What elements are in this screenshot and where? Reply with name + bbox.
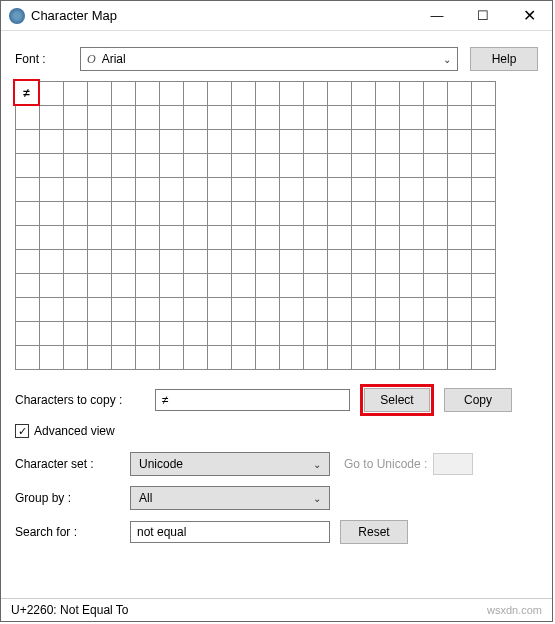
grid-cell[interactable] <box>88 202 112 226</box>
grid-cell[interactable] <box>40 82 64 106</box>
grid-cell[interactable] <box>64 274 88 298</box>
grid-cell[interactable] <box>256 298 280 322</box>
grid-cell[interactable] <box>160 106 184 130</box>
grid-cell[interactable] <box>184 154 208 178</box>
grid-cell[interactable] <box>88 250 112 274</box>
grid-cell[interactable] <box>424 274 448 298</box>
grid-cell[interactable] <box>328 298 352 322</box>
grid-cell[interactable] <box>352 322 376 346</box>
grid-cell[interactable] <box>136 178 160 202</box>
grid-cell[interactable] <box>64 322 88 346</box>
grid-cell[interactable] <box>352 154 376 178</box>
grid-cell[interactable] <box>328 322 352 346</box>
grid-cell[interactable] <box>304 202 328 226</box>
grid-cell[interactable] <box>16 202 40 226</box>
grid-cell[interactable] <box>232 298 256 322</box>
grid-cell[interactable] <box>40 154 64 178</box>
grid-cell[interactable] <box>352 226 376 250</box>
grid-cell[interactable] <box>448 250 472 274</box>
grid-cell[interactable] <box>328 106 352 130</box>
grid-cell[interactable] <box>352 106 376 130</box>
grid-cell[interactable] <box>280 202 304 226</box>
grid-cell[interactable] <box>280 250 304 274</box>
grid-cell[interactable] <box>328 82 352 106</box>
grid-cell[interactable] <box>472 226 496 250</box>
grid-cell[interactable] <box>256 82 280 106</box>
grid-cell[interactable] <box>16 250 40 274</box>
grid-cell[interactable] <box>88 274 112 298</box>
grid-cell[interactable] <box>280 346 304 370</box>
grid-cell[interactable] <box>352 202 376 226</box>
grid-cell[interactable] <box>328 178 352 202</box>
grid-cell[interactable] <box>424 154 448 178</box>
grid-cell[interactable] <box>232 250 256 274</box>
grid-cell[interactable] <box>184 250 208 274</box>
grid-cell[interactable] <box>424 346 448 370</box>
grid-cell[interactable] <box>376 178 400 202</box>
grid-cell[interactable] <box>352 274 376 298</box>
grid-cell[interactable] <box>328 274 352 298</box>
grid-cell[interactable] <box>280 322 304 346</box>
grid-cell[interactable] <box>304 178 328 202</box>
grid-cell[interactable] <box>280 298 304 322</box>
grid-cell[interactable] <box>328 346 352 370</box>
grid-cell[interactable] <box>280 274 304 298</box>
grid-cell[interactable] <box>232 82 256 106</box>
grid-cell[interactable] <box>376 202 400 226</box>
grid-cell[interactable] <box>424 106 448 130</box>
grid-cell[interactable] <box>112 106 136 130</box>
grid-cell[interactable] <box>472 346 496 370</box>
grid-cell[interactable] <box>184 226 208 250</box>
grid-cell[interactable] <box>424 322 448 346</box>
grid-cell[interactable] <box>256 178 280 202</box>
grid-cell[interactable] <box>472 178 496 202</box>
grid-cell[interactable] <box>400 202 424 226</box>
grid-cell[interactable] <box>424 226 448 250</box>
copy-button[interactable]: Copy <box>444 388 512 412</box>
grid-cell[interactable] <box>16 154 40 178</box>
grid-cell[interactable] <box>304 250 328 274</box>
grid-cell[interactable] <box>400 346 424 370</box>
grid-cell[interactable] <box>64 346 88 370</box>
grid-cell[interactable] <box>160 226 184 250</box>
grid-cell[interactable] <box>112 298 136 322</box>
grid-cell[interactable] <box>40 322 64 346</box>
grid-cell[interactable] <box>64 226 88 250</box>
grid-cell[interactable] <box>448 154 472 178</box>
grid-cell[interactable] <box>448 130 472 154</box>
grid-cell[interactable] <box>280 226 304 250</box>
grid-cell[interactable] <box>472 130 496 154</box>
grid-cell[interactable] <box>160 322 184 346</box>
grid-cell[interactable] <box>16 346 40 370</box>
grid-cell[interactable] <box>376 226 400 250</box>
grid-cell[interactable] <box>352 130 376 154</box>
grid-cell[interactable] <box>232 106 256 130</box>
grid-cell[interactable] <box>280 106 304 130</box>
grid-cell[interactable] <box>232 346 256 370</box>
grid-cell[interactable] <box>448 298 472 322</box>
grid-cell[interactable] <box>16 274 40 298</box>
grid-cell[interactable] <box>40 298 64 322</box>
grid-cell[interactable] <box>208 106 232 130</box>
grid-cell[interactable] <box>112 130 136 154</box>
grid-cell[interactable] <box>400 250 424 274</box>
grid-cell[interactable] <box>64 250 88 274</box>
grid-cell[interactable] <box>448 82 472 106</box>
grid-cell[interactable] <box>280 154 304 178</box>
grid-cell[interactable] <box>88 322 112 346</box>
grid-cell[interactable] <box>448 106 472 130</box>
grid-cell[interactable] <box>136 82 160 106</box>
character-grid[interactable] <box>15 81 496 370</box>
grid-cell[interactable] <box>88 226 112 250</box>
grid-cell[interactable] <box>304 226 328 250</box>
advanced-view-checkbox[interactable]: ✓ <box>15 424 29 438</box>
grid-cell[interactable] <box>160 346 184 370</box>
grid-cell[interactable] <box>88 178 112 202</box>
grid-cell[interactable] <box>112 250 136 274</box>
grid-cell[interactable] <box>184 178 208 202</box>
minimize-button[interactable]: — <box>414 1 460 30</box>
grid-cell[interactable] <box>472 82 496 106</box>
charset-dropdown[interactable]: Unicode ⌄ <box>130 452 330 476</box>
grid-cell[interactable] <box>184 82 208 106</box>
grid-cell[interactable] <box>376 346 400 370</box>
